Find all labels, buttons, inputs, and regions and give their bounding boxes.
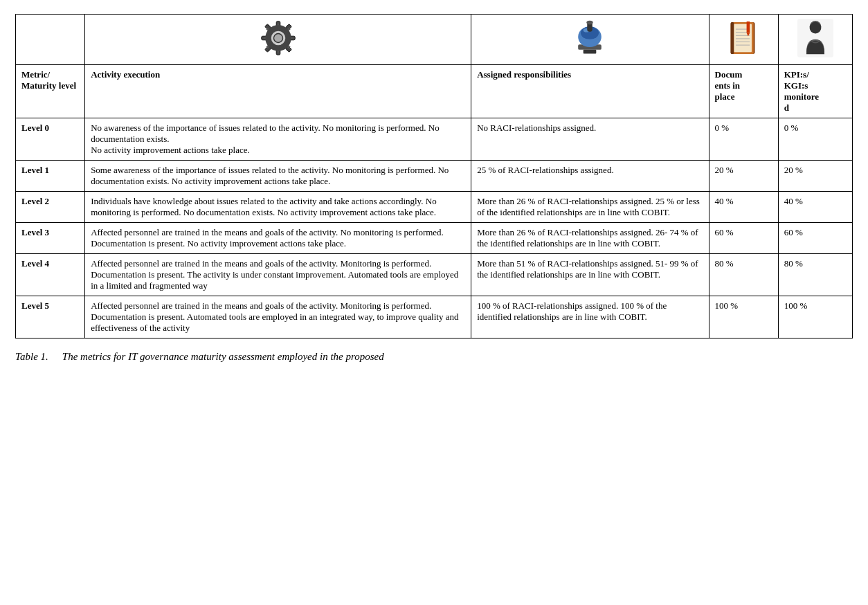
activity-3-text: Affected personnel are trained in the me… (91, 227, 444, 249)
icon-cell-book (709, 15, 778, 65)
assigned-4-cell: More than 51 % of RACI-relationships ass… (471, 254, 709, 296)
activity-2-text: Individuals have knowledge about issues … (91, 196, 437, 217)
col3-header-text: Assigned responsibilities (477, 69, 571, 80)
activity-0-cell: No awareness of the importance of issues… (85, 118, 471, 161)
docs-2-text: 40 % (715, 196, 734, 206)
kpi-5-cell: 100 % (778, 296, 852, 338)
level-0-text: Level 0 (21, 123, 49, 133)
assigned-0-text: No RACI-relationships assigned. (477, 123, 596, 133)
level-1-text: Level 1 (21, 165, 49, 175)
docs-2-cell: 40 % (709, 192, 778, 223)
level-4-text: Level 4 (21, 258, 49, 269)
docs-3-cell: 60 % (709, 223, 778, 254)
level-3-text: Level 3 (21, 227, 49, 237)
activity-0-text: No awareness of the importance of issues… (91, 123, 440, 155)
book-icon (727, 19, 759, 57)
svg-rect-37 (747, 21, 750, 33)
kpi-0-cell: 0 % (778, 118, 852, 161)
gear-icon (259, 19, 298, 57)
activity-5-cell: Affected personnel are trained in the me… (85, 296, 471, 338)
level-0-cell: Level 0 (16, 118, 85, 161)
stamp-icon (570, 17, 609, 59)
icon-cell-camera (778, 15, 852, 65)
assigned-2-text: More than 26 % of RACI-relationships ass… (477, 196, 700, 217)
level-2-cell: Level 2 (16, 192, 85, 223)
table-row: Level 2 Individuals have knowledge about… (16, 192, 853, 223)
svg-rect-22 (584, 50, 597, 54)
svg-rect-39 (731, 22, 734, 54)
icon-cell-gear (85, 15, 471, 65)
assigned-1-cell: 25 % of RACI-relationships assigned. (471, 161, 709, 192)
kpi-4-cell: 80 % (778, 254, 852, 296)
table-row: Level 5 Affected personnel are trained i… (16, 296, 853, 338)
docs-1-text: 20 % (715, 165, 734, 175)
docs-1-cell: 20 % (709, 161, 778, 192)
assigned-3-text: More than 26 % of RACI-relationships ass… (477, 227, 698, 249)
kpi-3-text: 60 % (784, 227, 803, 237)
col2-header-text: Activity execution (91, 69, 160, 80)
assigned-5-cell: 100 % of RACI-relationships assigned. 10… (471, 296, 709, 338)
level-3-cell: Level 3 (16, 223, 85, 254)
activity-5-text: Affected personnel are trained in the me… (91, 300, 458, 333)
col1-header-text: Metric/ Maturity level (21, 69, 76, 91)
table-row: Level 1 Some awareness of the importance… (16, 161, 853, 192)
level-5-text: Level 5 (21, 300, 49, 311)
docs-4-text: 80 % (715, 258, 734, 269)
assigned-2-cell: More than 26 % of RACI-relationships ass… (471, 192, 709, 223)
table-row: Level 3 Affected personnel are trained i… (16, 223, 853, 254)
kpi-3-cell: 60 % (778, 223, 852, 254)
table-row: Level 0 No awareness of the importance o… (16, 118, 853, 161)
header-label-row: Metric/ Maturity level Activity executio… (16, 65, 853, 118)
icon-cell-stamp (471, 15, 709, 65)
activity-1-text: Some awareness of the importance of issu… (91, 165, 449, 186)
kpi-2-text: 40 % (784, 196, 803, 206)
page-container: Metric/ Maturity level Activity executio… (15, 14, 853, 363)
level-4-cell: Level 4 (16, 254, 85, 296)
docs-0-text: 0 % (715, 123, 730, 133)
docs-5-cell: 100 % (709, 296, 778, 338)
caption-text: The metrics for IT governance maturity a… (62, 351, 384, 363)
docs-0-cell: 0 % (709, 118, 778, 161)
activity-4-cell: Affected personnel are trained in the me… (85, 254, 471, 296)
assigned-4-text: More than 51 % of RACI-relationships ass… (477, 258, 698, 280)
assigned-0-cell: No RACI-relationships assigned. (471, 118, 709, 161)
col-header-assigned: Assigned responsibilities (471, 65, 709, 118)
col-header-kpi: KPI:s/KGI:smonitored (778, 65, 852, 118)
kpi-4-text: 80 % (784, 258, 803, 269)
kpi-0-text: 0 % (784, 123, 799, 133)
svg-point-20 (273, 33, 282, 42)
table-caption: Table 1. The metrics for IT governance m… (15, 351, 853, 363)
assigned-3-cell: More than 26 % of RACI-relationships ass… (471, 223, 709, 254)
level-5-cell: Level 5 (16, 296, 85, 338)
kpi-1-text: 20 % (784, 165, 803, 175)
activity-2-cell: Individuals have knowledge about issues … (85, 192, 471, 223)
table-row: Level 4 Affected personnel are trained i… (16, 254, 853, 296)
assigned-5-text: 100 % of RACI-relationships assigned. 10… (477, 300, 667, 322)
activity-4-text: Affected personnel are trained in the me… (91, 258, 458, 291)
level-2-text: Level 2 (21, 196, 49, 206)
maturity-table: Metric/ Maturity level Activity executio… (15, 14, 853, 338)
camera-icon (797, 19, 833, 57)
kpi-5-text: 100 % (784, 300, 808, 311)
col-header-metric: Metric/ Maturity level (16, 65, 85, 118)
col-header-docs: Documents inplace (709, 65, 778, 118)
col-header-activity: Activity execution (85, 65, 471, 118)
assigned-1-text: 25 % of RACI-relationships assigned. (477, 165, 614, 175)
docs-3-text: 60 % (715, 227, 734, 237)
icon-cell-empty (16, 15, 85, 65)
kpi-1-cell: 20 % (778, 161, 852, 192)
icon-row (16, 15, 853, 65)
activity-1-cell: Some awareness of the importance of issu… (85, 161, 471, 192)
docs-5-text: 100 % (715, 300, 739, 311)
level-1-cell: Level 1 (16, 161, 85, 192)
activity-3-cell: Affected personnel are trained in the me… (85, 223, 471, 254)
caption-label: Table 1. (15, 351, 48, 363)
svg-point-27 (587, 21, 593, 25)
kpi-2-cell: 40 % (778, 192, 852, 223)
svg-point-42 (809, 22, 821, 34)
docs-4-cell: 80 % (709, 254, 778, 296)
